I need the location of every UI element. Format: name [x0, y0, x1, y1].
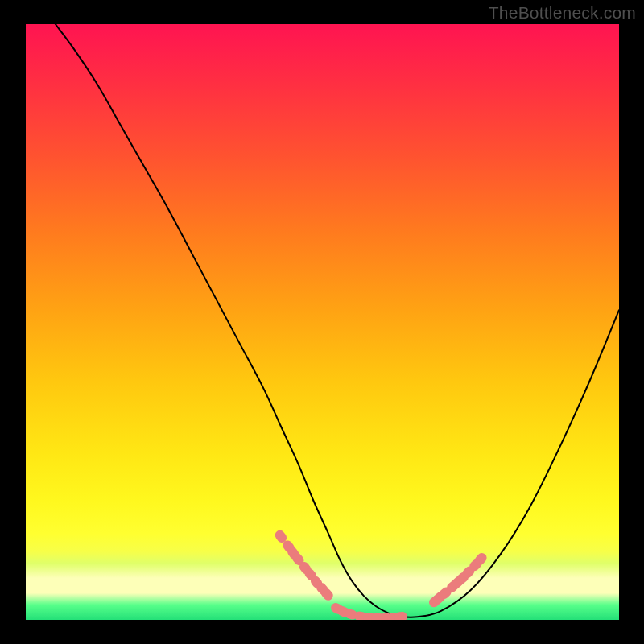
watermark-text: TheBottleneck.com — [489, 3, 636, 23]
bottleneck-curve — [56, 24, 619, 617]
chart-frame: TheBottleneck.com — [0, 0, 644, 644]
highlight-marker — [394, 611, 407, 620]
chart-svg — [26, 24, 619, 620]
plot-area — [26, 24, 619, 620]
